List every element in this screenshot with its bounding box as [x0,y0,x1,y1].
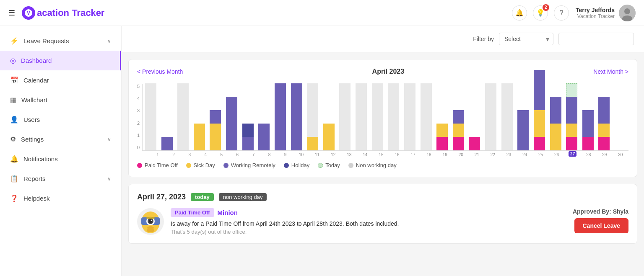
sidebar-label-helpdesk: Helpdesk [23,195,50,202]
bar-segment [307,137,318,150]
sidebar-label-leave-requests: Leave Requests [23,37,69,44]
bar-group-day-21[interactable] [467,84,483,150]
sidebar-item-calendar[interactable]: 📅 Calendar [0,70,121,90]
sidebar-item-wallchart[interactable]: ▦ Wallchart [0,90,121,110]
day-label-28[interactable]: 28 [581,152,597,157]
bar-group-day-14[interactable] [353,84,369,150]
chevron-icon-settings: ∨ [107,137,111,142]
bar-group-day-7[interactable] [240,84,256,150]
day-label-21[interactable]: 21 [469,152,485,157]
sidebar-item-dashboard[interactable]: ◎ Dashboard [0,51,121,70]
filter-select-wrapper: Select [499,33,553,45]
bar-group-day-10[interactable] [288,84,305,150]
day-label-6[interactable]: 6 [229,152,245,157]
day-label-19[interactable]: 19 [437,152,453,157]
bar-group-day-3[interactable] [175,84,191,150]
day-label-7[interactable]: 7 [245,152,261,157]
bar-segment [598,97,610,124]
bar-group-day-15[interactable] [369,84,386,150]
header-right: 🔔 💡 2 ? Terry Jeffords Vacation Tracker [512,5,636,21]
user-name: Terry Jeffords [576,7,615,13]
bar-group-day-24[interactable] [515,84,532,150]
bar-group-day-8[interactable] [256,84,273,150]
chart-container: 5 4 3 2 1 0 1234567891011121314151617181… [137,84,628,157]
bar-group-day-18[interactable] [418,84,434,150]
sidebar-item-users[interactable]: 👤 Users [0,110,121,129]
bar-group-day-11[interactable] [304,84,321,150]
bar-group-day-27[interactable] [564,84,580,150]
avatar[interactable] [619,5,636,21]
bar-group-day-28[interactable] [580,84,596,150]
bar-group-day-9[interactable] [272,84,288,150]
bar-group-day-20[interactable] [450,84,467,150]
day-label-29[interactable]: 29 [597,152,613,157]
day-label-30[interactable]: 30 [613,152,628,157]
sidebar-item-left-leave-requests: ⚡ Leave Requests [10,37,69,45]
bar-group-day-5[interactable] [208,84,224,150]
sidebar-item-settings[interactable]: ⚙ Settings ∨ [0,129,121,149]
bar-group-day-12[interactable] [321,84,337,150]
logo-text: acation Tracker [37,8,104,18]
day-label-14[interactable]: 14 [357,152,373,157]
day-label-26[interactable]: 26 [549,152,565,157]
sidebar-item-notifications[interactable]: 🔔 Notifications [0,149,121,169]
bar-group-day-6[interactable] [223,84,240,150]
bar-group-day-2[interactable] [159,84,175,150]
day-label-11[interactable]: 11 [309,152,325,157]
help-button[interactable]: ? [554,5,569,21]
leave-card: Paid Time Off Minion Is away for a Paid … [137,208,628,235]
legend-dot-nonwork [348,163,353,168]
day-label-1[interactable]: 1 [150,152,166,157]
day-label-8[interactable]: 8 [261,152,277,157]
day-label-4[interactable]: 4 [197,152,213,157]
day-label-20[interactable]: 20 [453,152,469,157]
filter-select[interactable]: Select [499,33,553,45]
sidebar-icon-dashboard: ◎ [10,57,16,64]
bar-segment [598,124,610,137]
day-label-12[interactable]: 12 [325,152,341,157]
bar-group-day-17[interactable] [402,84,418,150]
day-label-25[interactable]: 25 [533,152,549,157]
bar-group-day-1[interactable] [143,84,159,150]
day-label-9[interactable]: 9 [278,152,293,157]
prev-month-button[interactable]: < Previous Month [137,68,183,75]
bar-group-day-29[interactable] [596,84,613,150]
day-label-13[interactable]: 13 [341,152,357,157]
bar-group-day-13[interactable] [337,84,353,150]
day-label-5[interactable]: 5 [213,152,229,157]
bar-group-day-19[interactable] [434,84,450,150]
next-month-button[interactable]: Next Month > [593,68,628,75]
sidebar-icon-helpdesk: ❓ [10,194,18,202]
notification-bell-button[interactable]: 🔔 [512,5,527,21]
day-label-10[interactable]: 10 [293,152,309,157]
lightbulb-button[interactable]: 💡 2 [533,5,548,21]
day-label-16[interactable]: 16 [389,152,405,157]
day-label-2[interactable]: 2 [166,152,182,157]
legend-nonwork: Non working day [348,162,397,168]
sidebar-item-reports[interactable]: 📋 Reports ∨ [0,169,121,188]
sidebar-item-helpdesk[interactable]: ❓ Helpdesk [0,188,121,208]
bar-stack-4 [194,124,205,150]
day-label-23[interactable]: 23 [501,152,517,157]
day-label-22[interactable]: 22 [485,152,501,157]
day-label-15[interactable]: 15 [373,152,389,157]
bar-group-day-22[interactable] [483,84,499,150]
bar-segment [275,83,286,150]
bar-group-day-4[interactable] [191,84,208,150]
filter-search-input[interactable] [558,33,634,45]
day-label-3[interactable]: 3 [182,152,197,157]
menu-icon[interactable]: ☰ [8,8,15,18]
bar-group-day-23[interactable] [499,84,515,150]
sidebar-item-leave-requests[interactable]: ⚡ Leave Requests ∨ [0,31,121,51]
cancel-leave-button[interactable]: Cancel Leave [574,218,629,233]
day-label-17[interactable]: 17 [405,152,421,157]
day-label-18[interactable]: 18 [421,152,437,157]
bar-group-day-30[interactable] [612,84,628,150]
bar-group-day-26[interactable] [548,84,564,150]
sidebar-label-settings: Settings [21,136,44,143]
day-label-27[interactable]: 27 [565,152,581,157]
bar-group-day-16[interactable] [386,84,402,150]
bar-group-day-25[interactable] [531,84,548,150]
nonworking-badge: non working day [219,193,267,201]
day-label-24[interactable]: 24 [517,152,532,157]
